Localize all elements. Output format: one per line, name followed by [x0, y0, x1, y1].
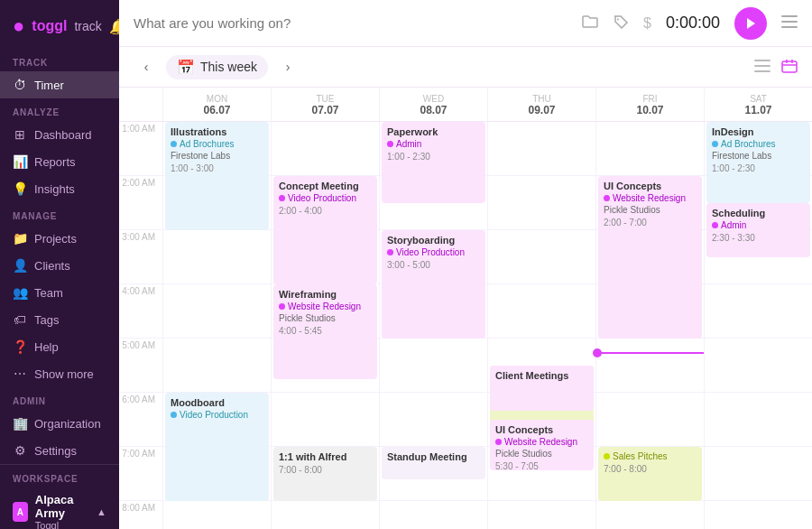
day-column-mon: Illustrations Ad Brochures Firestone Lab… [162, 122, 271, 529]
logo-icon: ● [13, 14, 24, 38]
time-label-3am: 3:00 AM [119, 230, 162, 284]
calendar-view-icon[interactable] [781, 59, 798, 76]
help-icon: ❓ [13, 339, 27, 354]
sidebar-item-timer[interactable]: ⏱ Timer [0, 71, 119, 98]
time-label-6am: 6:00 AM [119, 393, 162, 447]
sidebar-item-insights[interactable]: 💡 Insights [0, 175, 119, 202]
workspace-name: Alpaca Army [35, 493, 89, 520]
day-column-wed: Paperwork Admin 1:00 - 2:30 Storyboardin… [379, 122, 487, 529]
svg-rect-9 [754, 70, 770, 72]
reports-icon: 📊 [13, 154, 27, 169]
svg-rect-4 [781, 15, 798, 17]
event-moodboard[interactable]: Moodboard Video Production [165, 393, 269, 501]
calendar-grid: MON 06.07 TUE 07.07 WED 08.07 THU 09.07 … [119, 88, 812, 529]
dollar-icon[interactable]: $ [643, 15, 651, 32]
sidebar-item-clients[interactable]: 👤 Clients [0, 252, 119, 279]
dashboard-label: Dashboard [34, 128, 92, 142]
day-header-wed: WED 08.07 [379, 88, 487, 121]
folder-icon[interactable] [582, 14, 598, 32]
time-grid: 1:00 AM 2:00 AM 3:00 AM 4:00 AM 5:00 AM … [119, 122, 812, 529]
sidebar-item-organization[interactable]: 🏢 Organization [0, 410, 119, 437]
list-view-icon[interactable] [754, 60, 770, 75]
sidebar-item-dashboard[interactable]: ⊞ Dashboard [0, 121, 119, 148]
calendar-header: ‹ 📅 This week › [119, 47, 812, 88]
sidebar-item-projects[interactable]: 📁 Projects [0, 225, 119, 252]
time-label-5am: 5:00 AM [119, 339, 162, 393]
calendar-icon: 📅 [177, 59, 195, 76]
event-indesign[interactable]: InDesign Ad Brochures Firestone Labs 1:0… [706, 122, 810, 203]
projects-label: Projects [34, 232, 77, 246]
workspace-sub: Toggl [35, 520, 89, 529]
week-selector[interactable]: 📅 This week [166, 55, 268, 79]
settings-label: Settings [34, 444, 77, 458]
time-label-7am: 7:00 AM [119, 447, 162, 501]
manage-section-label: MANAGE [0, 202, 119, 225]
sidebar-item-settings[interactable]: ⚙ Settings [0, 437, 119, 464]
current-time-dot [593, 348, 602, 357]
day-header-thu: THU 09.07 [487, 88, 595, 121]
day-column-fri: UI Concepts Website Redesign Pickle Stud… [595, 122, 704, 529]
clients-icon: 👤 [13, 258, 27, 273]
insights-label: Insights [34, 182, 75, 196]
tag-icon[interactable] [613, 14, 629, 32]
event-client-meetings[interactable]: Client Meetings [490, 366, 594, 411]
event-standup[interactable]: Standup Meeting [382, 447, 485, 479]
time-label-2am: 2:00 AM [119, 176, 162, 230]
day-header-sat: SAT 11.07 [704, 88, 812, 121]
event-scheduling[interactable]: Scheduling Admin 2:30 - 3:30 [706, 203, 810, 257]
reports-label: Reports [34, 155, 76, 169]
settings-icon: ⚙ [13, 443, 27, 458]
sidebar-item-reports[interactable]: 📊 Reports [0, 148, 119, 175]
timer-display: 0:00:00 [666, 14, 720, 32]
workspace-section-label: WORKSPACE [0, 465, 119, 487]
event-concept-meeting[interactable]: Concept Meeting Video Production 2:00 - … [273, 176, 377, 284]
sidebar: ● toggl track 🔔 TRACK ⏱ Timer ANALYZE ⊞ … [0, 0, 119, 529]
logo-text: toggl [32, 18, 67, 34]
event-ui-concepts-thu[interactable]: UI Concepts Website Redesign Pickle Stud… [490, 420, 594, 470]
main-content: $ 0:00:00 ‹ 📅 This week › [119, 0, 812, 529]
topbar: $ 0:00:00 [119, 0, 812, 47]
tags-label: Tags [34, 313, 59, 327]
time-labels: 1:00 AM 2:00 AM 3:00 AM 4:00 AM 5:00 AM … [119, 122, 162, 529]
help-label: Help [34, 340, 59, 354]
event-sales-pitches-fri[interactable]: Sales Pitches 7:00 - 8:00 [598, 447, 702, 501]
analyze-section-label: ANALYZE [0, 98, 119, 121]
next-week-button[interactable]: › [275, 54, 300, 79]
event-illustrations[interactable]: Illustrations Ad Brochures Firestone Lab… [165, 122, 269, 230]
day-column-sat: InDesign Ad Brochures Firestone Labs 1:0… [704, 122, 812, 529]
svg-rect-6 [781, 26, 798, 28]
prev-week-button[interactable]: ‹ [134, 54, 159, 79]
time-label-8am: 8:00 AM [119, 501, 162, 529]
svg-rect-5 [781, 21, 798, 23]
sidebar-item-team[interactable]: 👥 Team [0, 279, 119, 306]
play-button[interactable] [734, 7, 767, 40]
track-section-label: TRACK [0, 49, 119, 71]
sidebar-item-show-more[interactable]: ⋯ Show more [0, 360, 119, 387]
event-ui-concepts-fri[interactable]: UI Concepts Website Redesign Pickle Stud… [598, 176, 702, 339]
time-entry-input[interactable] [134, 15, 571, 31]
insights-icon: 💡 [13, 181, 27, 196]
day-column-thu: Sales Pitches 6:30 - 8:00 Client Meeting… [487, 122, 595, 529]
show-more-label: Show more [34, 367, 94, 381]
timer-icon: ⏱ [13, 78, 27, 92]
clients-label: Clients [34, 259, 70, 273]
svg-rect-8 [754, 65, 770, 67]
admin-section-label: ADMIN [0, 387, 119, 410]
sidebar-bottom: WORKSPACE A Alpaca Army Toggl ▲ Simon Hu… [0, 464, 119, 529]
week-label: This week [200, 60, 257, 74]
menu-icon[interactable] [781, 15, 798, 32]
sidebar-item-tags[interactable]: 🏷 Tags [0, 306, 119, 333]
event-paperwork[interactable]: Paperwork Admin 1:00 - 2:30 [382, 122, 485, 203]
time-label-4am: 4:00 AM [119, 284, 162, 339]
workspace-avatar: A [13, 502, 28, 522]
event-storyboarding[interactable]: Storyboarding Video Production 3:00 - 5:… [382, 230, 485, 339]
workspace-chevron-icon: ▲ [97, 506, 106, 517]
svg-point-3 [617, 18, 619, 20]
topbar-icons: $ 0:00:00 [582, 7, 798, 40]
workspace-info: Alpaca Army Toggl [35, 493, 89, 529]
sidebar-item-help[interactable]: ❓ Help [0, 333, 119, 360]
event-wireframing[interactable]: Wireframing Website Redesign Pickle Stud… [273, 284, 377, 379]
current-time-line [596, 352, 704, 354]
workspace-item[interactable]: A Alpaca Army Toggl ▲ [0, 487, 119, 529]
event-1on1-alfred[interactable]: 1:1 with Alfred 7:00 - 8:00 [273, 447, 377, 501]
